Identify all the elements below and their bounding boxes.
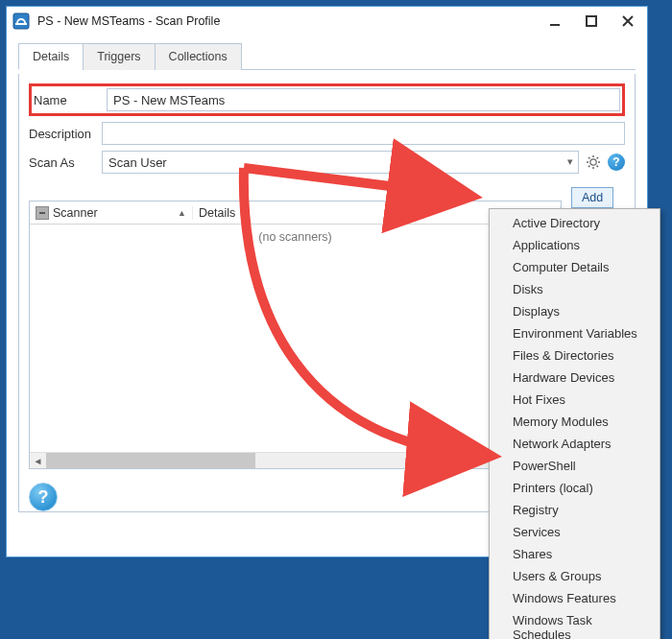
menu-item-network-adapters[interactable]: Network Adapters [492, 433, 658, 455]
menu-item-printers-local[interactable]: Printers (local) [492, 477, 658, 499]
description-label: Description [29, 127, 102, 141]
menu-item-users-groups[interactable]: Users & Groups [492, 565, 658, 587]
window-controls [538, 8, 645, 35]
add-button[interactable]: Add [571, 187, 613, 208]
name-field[interactable] [107, 88, 620, 111]
gear-icon[interactable] [585, 154, 602, 171]
menu-item-powershell[interactable]: PowerShell [492, 455, 658, 477]
menu-item-hot-fixes[interactable]: Hot Fixes [492, 389, 658, 411]
scroll-left-button[interactable]: ◄ [30, 453, 46, 469]
tab-collections[interactable]: Collections [155, 43, 242, 70]
menu-item-registry[interactable]: Registry [492, 499, 658, 521]
menu-item-computer-details[interactable]: Computer Details [492, 256, 658, 278]
scroll-track[interactable] [46, 453, 544, 468]
table-empty-text: (no scanners) [258, 230, 331, 244]
menu-item-environment-variables[interactable]: Environment Variables [492, 322, 658, 344]
menu-item-files-directories[interactable]: Files & Directories [492, 344, 658, 367]
help-icon[interactable]: ? [608, 154, 625, 171]
svg-line-12 [597, 157, 598, 158]
svg-rect-0 [13, 13, 29, 29]
table-header: Scanner ▲ Details [30, 201, 561, 225]
menu-item-services[interactable]: Services [492, 521, 658, 543]
app-icon [12, 12, 30, 30]
svg-line-11 [588, 166, 589, 167]
scan-as-label: Scan As [29, 155, 102, 170]
menu-item-windows-features[interactable]: Windows Features [492, 587, 658, 609]
menu-item-windows-task-schedules[interactable]: Windows Task Schedules [492, 609, 658, 639]
svg-line-9 [588, 157, 589, 158]
close-button[interactable] [611, 8, 645, 35]
svg-line-10 [597, 166, 598, 167]
menu-item-applications[interactable]: Applications [492, 234, 658, 256]
tabs: Details Triggers Collections [18, 43, 636, 70]
sort-asc-icon: ▲ [178, 208, 186, 218]
add-scanner-menu[interactable]: Active Directory Applications Computer D… [489, 208, 660, 639]
menu-item-active-directory[interactable]: Active Directory [492, 212, 658, 234]
scanners-table: Scanner ▲ Details (no scanners) ◄ [29, 201, 562, 469]
column-details-label: Details [199, 206, 235, 220]
menu-item-hardware-devices[interactable]: Hardware Devices [492, 367, 658, 389]
menu-item-disks[interactable]: Disks [492, 278, 658, 300]
column-scanner[interactable]: Scanner ▲ [30, 206, 193, 220]
scroll-thumb[interactable] [46, 453, 255, 468]
minimize-button[interactable] [538, 8, 572, 35]
maximize-button[interactable] [574, 8, 609, 35]
menu-item-shares[interactable]: Shares [492, 543, 658, 565]
svg-rect-2 [550, 24, 560, 26]
titlebar: PS - New MSTeams - Scan Profile [7, 7, 647, 36]
scanner-icon [36, 206, 49, 220]
horizontal-scrollbar[interactable]: ◄ ► [30, 452, 561, 468]
annotation-highlight-name: Name [29, 83, 625, 116]
tab-details[interactable]: Details [18, 43, 84, 70]
window-title: PS - New MSTeams - Scan Profile [37, 14, 538, 28]
column-scanner-label: Scanner [53, 206, 98, 220]
menu-item-memory-modules[interactable]: Memory Modules [492, 411, 658, 433]
help-button[interactable]: ? [29, 483, 58, 511]
scan-as-select[interactable]: Scan User [102, 151, 579, 174]
table-body: (no scanners) [30, 225, 561, 468]
name-label: Name [34, 93, 107, 107]
svg-rect-13 [39, 212, 45, 214]
svg-point-4 [590, 159, 596, 165]
svg-rect-1 [15, 23, 27, 25]
tab-triggers[interactable]: Triggers [83, 43, 155, 70]
svg-rect-3 [587, 16, 596, 26]
description-field[interactable] [102, 122, 625, 145]
menu-item-displays[interactable]: Displays [492, 300, 658, 322]
